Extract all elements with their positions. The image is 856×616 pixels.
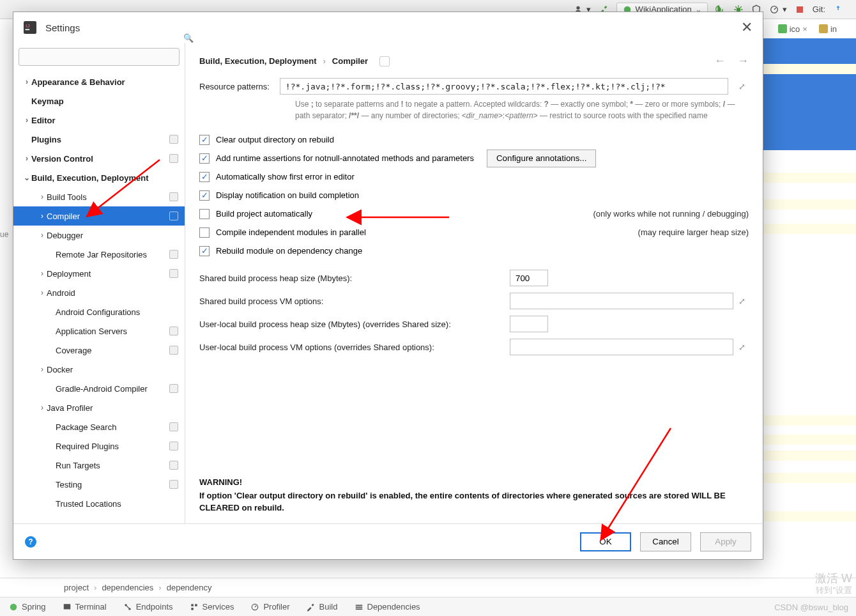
form-row: User-local build process VM options (ove… (199, 335, 749, 358)
sidebar-item-trusted-locations[interactable]: Trusted Locations (13, 494, 185, 513)
search-input[interactable] (19, 48, 180, 66)
configure-annotations-button[interactable]: Configure annotations... (487, 150, 597, 167)
checkbox[interactable]: ✓ (199, 246, 210, 256)
sidebar-item-android-configurations[interactable]: Android Configurations (13, 302, 185, 321)
sidebar-item-label: Version Control (31, 154, 169, 164)
chevron-icon: › (38, 192, 47, 201)
cancel-button[interactable]: Cancel (640, 532, 691, 551)
checkbox-row: Compile independent modules in parallel(… (199, 223, 749, 242)
svg-rect-13 (355, 606, 362, 608)
checkbox-label: Clear output directory on rebuild (216, 135, 334, 144)
svg-rect-3 (797, 6, 803, 13)
nav-forward-icon[interactable]: → (737, 54, 749, 68)
sidebar-item-label: Run Targets (56, 461, 169, 470)
scope-badge-icon (169, 212, 178, 220)
close-icon[interactable]: ✕ (741, 19, 753, 36)
sidebar-item-version-control[interactable]: ›Version Control (13, 149, 185, 168)
nav-back-icon[interactable]: ← (714, 54, 726, 68)
sidebar-item-remote-jar-repositories[interactable]: Remote Jar Repositories (13, 245, 185, 264)
checkbox[interactable]: ✓ (199, 153, 210, 164)
sidebar-item-required-plugins[interactable]: Required Plugins (13, 436, 185, 456)
checkbox[interactable]: ✓ (199, 135, 210, 145)
checkbox[interactable]: ✓ (199, 172, 210, 182)
chevron-icon: › (38, 365, 47, 374)
sidebar-item-label: Coverage (56, 346, 169, 355)
chevron-icon: › (22, 77, 31, 86)
apply-button[interactable]: Apply (700, 532, 751, 551)
tool-window-spring[interactable]: Spring (9, 602, 46, 612)
settings-dialog: IJ Settings ✕ 🔍 ›Appearance & BehaviorKe… (13, 12, 763, 560)
scope-badge-icon (169, 250, 178, 259)
svg-rect-5 (63, 604, 70, 609)
tool-window-dependencies[interactable]: Dependencies (355, 602, 420, 612)
field-input[interactable] (510, 316, 548, 332)
tool-window-terminal[interactable]: Terminal (63, 602, 107, 612)
expand-icon[interactable]: ⤢ (738, 296, 749, 306)
tool-window-build[interactable]: Build (307, 602, 338, 612)
sidebar-item-label: Android (47, 288, 178, 298)
settings-sidebar: 🔍 ›Appearance & BehaviorKeymap›EditorPlu… (13, 43, 185, 523)
ok-button[interactable]: OK (580, 532, 631, 551)
sidebar-item-build-tools[interactable]: ›Build Tools (13, 187, 185, 206)
sidebar-item-build-execution-deployment[interactable]: ⌄Build, Execution, Deployment (13, 168, 185, 187)
sidebar-item-debugger[interactable]: ›Debugger (13, 226, 185, 245)
sidebar-item-docker[interactable]: ›Docker (13, 360, 185, 379)
sidebar-item-label: Deployment (47, 269, 169, 279)
chevron-icon: › (38, 212, 47, 220)
stop-icon[interactable] (795, 4, 805, 15)
breadcrumb-item[interactable]: dependency (167, 583, 212, 592)
profiler-icon[interactable]: ▾ (769, 4, 787, 15)
sidebar-item-keymap[interactable]: Keymap (13, 91, 185, 111)
sidebar-item-android[interactable]: ›Android (13, 283, 185, 302)
git-update-icon[interactable] (833, 4, 843, 15)
sidebar-item-java-profiler[interactable]: ›Java Profiler (13, 398, 185, 417)
settings-content: Build, Execution, Deployment›Compiler ← … (185, 43, 763, 523)
help-icon[interactable]: ? (25, 536, 36, 548)
tool-window-services[interactable]: Services (190, 602, 234, 612)
sidebar-item-appearance-behavior[interactable]: ›Appearance & Behavior (13, 72, 185, 91)
sidebar-item-deployment[interactable]: ›Deployment (13, 264, 185, 283)
sidebar-item-coverage[interactable]: Coverage (13, 341, 185, 360)
resource-patterns-input[interactable] (280, 78, 728, 95)
sidebar-item-editor[interactable]: ›Editor (13, 111, 185, 130)
expand-icon[interactable]: ⤢ (738, 343, 749, 352)
sidebar-item-run-targets[interactable]: Run Targets (13, 456, 185, 475)
warning-body: If option 'Clear output directory on reb… (199, 490, 749, 514)
tool-window-endpoints[interactable]: Endpoints (123, 602, 173, 612)
sidebar-item-package-search[interactable]: Package Search (13, 417, 185, 436)
sidebar-item-testing[interactable]: Testing (13, 475, 185, 494)
editor-tab[interactable]: in (819, 24, 837, 34)
field-input[interactable] (510, 270, 548, 286)
content-breadcrumb: Build, Execution, Deployment›Compiler (199, 56, 390, 66)
sidebar-item-label: Java Profiler (47, 403, 178, 413)
checkbox[interactable] (199, 227, 210, 238)
checkbox-row: ✓Rebuild module on dependency change (199, 242, 749, 260)
sidebar-item-label: Compiler (47, 212, 169, 221)
field-input[interactable] (510, 293, 733, 309)
sidebar-item-compiler[interactable]: ›Compiler (13, 206, 185, 226)
field-input[interactable] (510, 339, 733, 355)
sidebar-item-plugins[interactable]: Plugins (13, 130, 185, 149)
scope-badge-icon (169, 422, 178, 431)
checkbox-note: (only works while not running / debuggin… (593, 209, 749, 219)
checkbox[interactable] (199, 209, 210, 219)
svg-rect-8 (191, 604, 194, 606)
checkbox-note: (may require larger heap size) (638, 227, 749, 237)
svg-rect-12 (355, 604, 362, 606)
breadcrumb-item[interactable]: project (64, 583, 89, 592)
dialog-titlebar: IJ Settings ✕ (13, 12, 763, 43)
sidebar-item-application-servers[interactable]: Application Servers (13, 321, 185, 341)
tool-window-profiler[interactable]: Profiler (250, 602, 289, 612)
close-tab-icon[interactable]: × (802, 24, 807, 34)
breadcrumb-item[interactable]: dependencies (102, 583, 153, 592)
form-row: Shared build process heap size (Mbytes): (199, 266, 749, 289)
sidebar-item-gradle-android-compiler[interactable]: Gradle-Android Compiler (13, 379, 185, 398)
xml-breadcrumb: project› dependencies› dependency (0, 578, 856, 597)
sidebar-item-label: Required Plugins (56, 442, 169, 451)
sidebar-item-languages-frameworks[interactable]: ›Languages & Frameworks (13, 513, 185, 518)
scope-badge-icon (169, 327, 178, 335)
checkbox[interactable]: ✓ (199, 190, 210, 201)
editor-tab[interactable]: ico× (778, 24, 807, 34)
expand-icon[interactable]: ⤢ (738, 82, 749, 91)
checkbox-label: Display notification on build completion (216, 190, 359, 200)
